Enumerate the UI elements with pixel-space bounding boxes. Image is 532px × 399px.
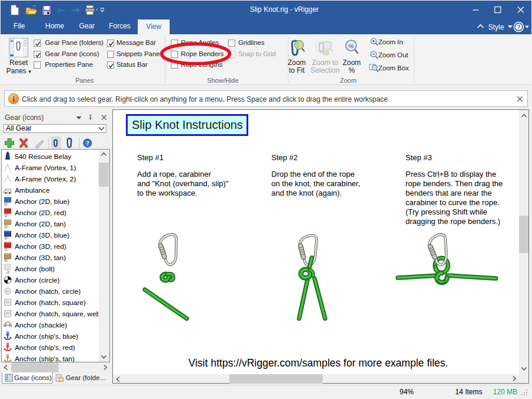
svg-text:%: % <box>349 43 354 49</box>
svg-text:Style: Style <box>488 23 504 31</box>
svg-text:i: i <box>12 95 15 103</box>
svg-text:?: ? <box>86 140 89 147</box>
svg-text:?: ? <box>517 24 521 31</box>
